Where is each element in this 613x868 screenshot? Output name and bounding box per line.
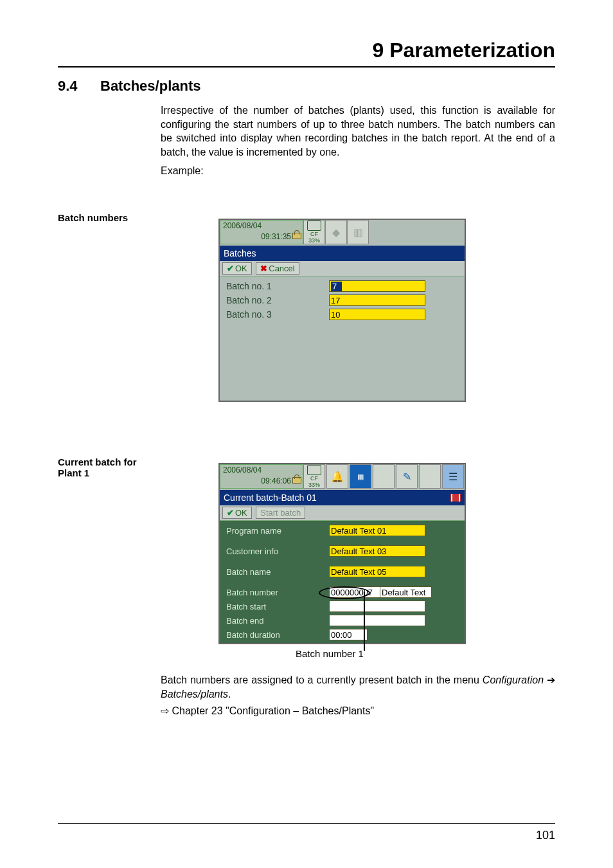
batch-start-field [329,601,425,612]
dialog-button-bar: ✔OK Start batch [220,505,465,521]
list-icon[interactable]: ☰ [442,464,464,489]
row-label: Customer info [226,547,329,556]
table-row[interactable]: Batch name Default Text 05 [226,566,458,577]
cf-card-icon: CF 33% [303,464,325,489]
lock-icon [292,475,300,484]
dialog-button-bar: ✔OK ✖Cancel [220,261,465,276]
table-row[interactable]: Batch no. 1 7 [226,280,458,292]
bell-icon[interactable]: 🔔 [326,464,348,489]
callout-label: Batch number 1 [296,648,364,659]
row-label: Batch number [226,588,329,597]
cancel-button[interactable]: ✖Cancel [256,262,299,275]
callout-line [364,592,365,651]
date-value: 2006/08/04 [223,466,300,475]
batch-end-field [329,615,425,626]
example-label: Example: [161,164,555,178]
section-number: 9.4 [58,78,100,95]
cross-reference: ⇨ Chapter 23 "Configuration – Batches/Pl… [161,705,555,717]
intro-paragraph: Irrespective of the number of batches (p… [161,104,555,159]
row-label: Batch name [226,567,329,577]
dialog-title: Current batch-Batch 01 [220,490,465,505]
edit-icon[interactable]: ✎ [396,464,418,489]
section-heading: 9.4Batches/plants [58,78,555,95]
start-batch-button: Start batch [256,507,305,519]
dialog-title: Batches [220,246,465,261]
row-label: Batch no. 2 [226,295,329,305]
dialog-statusbar: 2006/08/04 09:31:35 CF 33% ◆ ▥ [220,220,465,246]
datetime-box: 2006/08/04 09:31:35 [220,220,303,244]
side-label-batch-numbers: Batch numbers [58,212,154,223]
film-icon [450,494,461,502]
row-label: Batch end [226,616,329,626]
xref-arrow-icon: ⇨ [161,705,169,716]
indicator-icon: ◆ [325,220,347,244]
lock-icon [292,230,300,239]
table-row[interactable]: Batch no. 2 17 [226,294,458,306]
chapter-title: 9 Parameterization [58,39,555,68]
menu-batches: Batches/plants [161,689,228,700]
batch-number-suffix: Default Text [380,586,432,598]
row-label: Batch no. 3 [226,309,329,320]
time-value: 09:31:35 [261,232,291,241]
current-batch-dialog: 2006/08/04 09:46:06 CF 33% 🔔 ▦ ✎ ☰ Curre… [218,463,466,644]
time-value: 09:46:06 [261,476,291,485]
row-value-field[interactable]: Default Text 01 [329,525,425,536]
cf-card-icon: CF 33% [303,220,325,244]
page-footer: 101 [58,823,555,842]
row-label: Program name [226,526,329,536]
arrow-icon: ➔ [544,674,555,685]
batch-duration-field: 00:00 [329,629,368,640]
section-title: Batches/plants [100,78,201,94]
date-value: 2006/08/04 [223,222,300,230]
table-row[interactable]: Program name Default Text 01 [226,525,458,536]
row-value-field[interactable]: Default Text 03 [329,545,425,557]
cf-label: CF [310,475,318,482]
monitor-icon[interactable]: ▦ [350,464,371,489]
table-row: Batch end [226,615,458,626]
table-row[interactable]: Customer info Default Text 03 [226,545,458,557]
blank-icon [419,464,441,489]
bars-icon: ▥ [347,220,369,244]
cf-label: CF [310,231,318,237]
row-value-field[interactable]: 10 [329,309,425,320]
table-row: Batch duration 00:00 [226,629,458,640]
row-label: Batch no. 1 [226,281,329,291]
blank-icon [373,464,395,489]
batches-dialog: 2006/08/04 09:31:35 CF 33% ◆ ▥ Batches ✔… [218,219,466,402]
table-row[interactable]: Batch no. 3 10 [226,309,458,320]
datetime-box: 2006/08/04 09:46:06 [220,464,303,489]
row-label: Batch duration [226,630,329,640]
ok-button[interactable]: ✔OK [222,507,252,519]
side-label-current-batch: Current batch for Plant 1 [58,457,154,478]
page-number: 101 [536,829,555,842]
row-label: Batch start [226,602,329,611]
cf-percent: 33% [308,237,320,244]
ok-button[interactable]: ✔OK [222,262,252,275]
table-row: Batch start [226,601,458,612]
dialog-statusbar: 2006/08/04 09:46:06 CF 33% 🔔 ▦ ✎ ☰ [220,464,465,490]
assign-paragraph: Batch numbers are assigned to a currentl… [161,673,555,701]
toolbar-icons: 🔔 ▦ ✎ ☰ [326,464,464,489]
row-value-field[interactable]: 17 [329,294,425,306]
cf-percent: 33% [308,482,320,488]
row-value-field[interactable]: Default Text 05 [329,566,425,577]
callout-ellipse [319,586,370,599]
row-value-field[interactable]: 7 [329,280,425,292]
menu-config: Configuration [483,674,544,685]
